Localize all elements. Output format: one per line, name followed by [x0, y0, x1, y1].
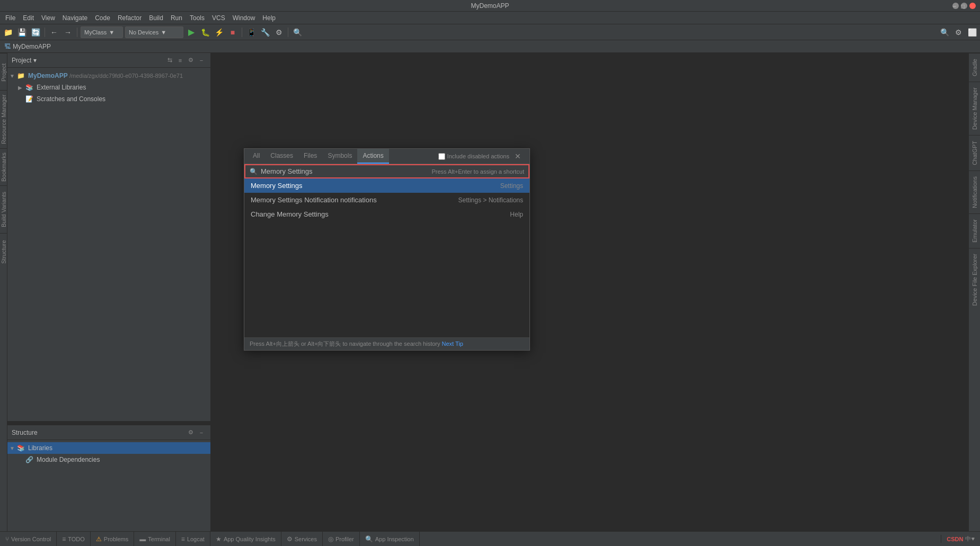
tab-actions[interactable]: Actions [357, 149, 389, 164]
search-top-btn[interactable]: 🔍 [939, 26, 950, 38]
menu-tools[interactable]: Tools [187, 13, 208, 23]
tab-resource-manager[interactable]: Resource Manager [0, 90, 7, 148]
stop-button[interactable]: ■ [227, 26, 239, 38]
menu-edit[interactable]: Edit [20, 13, 37, 23]
result-shortcut-3: Help [510, 211, 523, 218]
toolbar-forward-btn[interactable]: → [62, 26, 74, 38]
tree-item-external-libs[interactable]: ▶ 📚 External Libraries [7, 82, 210, 93]
tree-item-scratches[interactable]: 📝 Scratches and Consoles [7, 93, 210, 105]
result-change-memory-settings[interactable]: Change Memory Settings Help [244, 207, 529, 221]
search-hint: Press Alt+Enter to assign a shortcut [431, 168, 524, 175]
close-panel-btn[interactable]: − [197, 56, 206, 65]
status-csdn[interactable]: CSDN 中♥ [941, 535, 980, 543]
result-memory-settings-notification[interactable]: Memory Settings Notification notificatio… [244, 193, 529, 207]
right-tab-notifications[interactable]: Notifications [969, 171, 981, 213]
tree-label-scratches: Scratches and Consoles [37, 95, 105, 103]
menu-window[interactable]: Window [229, 13, 259, 23]
csdn-label: CSDN [947, 536, 963, 542]
class-dropdown[interactable]: MyClass ▼ [81, 26, 123, 38]
services-icon: ⚙ [287, 535, 293, 543]
menu-code[interactable]: Code [92, 13, 113, 23]
tab-structure[interactable]: Structure [0, 233, 7, 270]
toolbar-separator-3 [242, 28, 242, 37]
device-dropdown[interactable]: No Devices ▼ [125, 26, 183, 38]
run-button[interactable]: ▶ [186, 26, 197, 38]
menu-navigate[interactable]: Navigate [59, 13, 91, 23]
result-memory-settings[interactable]: Memory Settings Settings [244, 178, 529, 193]
tab-files[interactable]: Files [298, 149, 322, 164]
toolbar-open-btn[interactable]: 📁 [2, 26, 14, 38]
status-services[interactable]: ⚙ Services [281, 532, 323, 546]
right-tab-emulator[interactable]: Emulator [969, 213, 981, 248]
status-app-inspection[interactable]: 🔍 App Inspection [360, 532, 420, 546]
tab-classes[interactable]: Classes [265, 149, 298, 164]
status-version-control[interactable]: ⑂ Version Control [0, 532, 57, 546]
toolbar-back-btn[interactable]: ← [48, 26, 60, 38]
menu-view[interactable]: View [38, 13, 58, 23]
status-logcat[interactable]: ≡ Logcat [176, 532, 210, 546]
toolbar-save-btn[interactable]: 💾 [16, 26, 28, 38]
search-close-btn[interactable]: ✕ [513, 152, 523, 160]
more-panel-btn[interactable]: ⚙ [186, 56, 196, 65]
title-bar: MyDemoAPP − □ [0, 0, 980, 12]
tab-symbols[interactable]: Symbols [322, 149, 357, 164]
csdn-extra: 中♥ [965, 535, 975, 543]
menu-file[interactable]: File [2, 13, 19, 23]
structure-header-left: Structure [12, 429, 38, 436]
app-quality-icon: ★ [216, 535, 222, 543]
menu-refactor[interactable]: Refactor [114, 13, 145, 23]
status-app-quality[interactable]: ★ App Quality Insights [210, 532, 281, 546]
tab-build-variants[interactable]: Build Variants [0, 185, 7, 233]
menu-vcs[interactable]: VCS [209, 13, 228, 23]
include-disabled-label[interactable]: Include disabled actions [438, 153, 509, 160]
minimize-btn[interactable]: − [952, 3, 959, 9]
status-services-label: Services [295, 536, 317, 542]
right-tab-gradle[interactable]: Gradle [969, 53, 981, 82]
right-tab-device-manager[interactable]: Device Manager [969, 82, 981, 135]
gear-top-btn[interactable]: ⚙ [952, 26, 964, 38]
result-shortcut-2: Settings > Notifications [458, 196, 523, 204]
settings-button[interactable]: ⚙ [273, 26, 285, 38]
avd-button[interactable]: 📱 [245, 26, 257, 38]
maximize-btn[interactable]: □ [961, 3, 967, 9]
structure-close-btn[interactable]: − [197, 428, 206, 437]
class-dropdown-arrow: ▼ [109, 29, 114, 35]
right-panel-tabs: Gradle Device Manager ChatGPT Notificati… [968, 53, 980, 531]
right-tab-device-file-explorer[interactable]: Device File Explorer [969, 248, 981, 311]
status-todo[interactable]: ≡ TODO [57, 532, 91, 546]
structure-libraries[interactable]: ▼ 📚 Libraries [7, 442, 210, 454]
structure-gear-btn[interactable]: ⚙ [186, 428, 196, 437]
search-everywhere-btn[interactable]: 🔍 [292, 26, 303, 38]
search-input[interactable] [261, 167, 428, 175]
tab-project[interactable]: Project [0, 53, 7, 90]
right-tab-chatgpt[interactable]: ChatGPT [969, 135, 981, 171]
structure-module-deps[interactable]: 🔗 Module Dependencies [7, 454, 210, 466]
panel-header-left: Project ▾ [12, 57, 37, 64]
expand-btn[interactable]: ⬜ [966, 26, 978, 38]
toolbar-sync-btn[interactable]: 🔄 [30, 26, 41, 38]
close-btn[interactable] [969, 3, 976, 9]
sdk-button[interactable]: 🔧 [259, 26, 271, 38]
menu-help[interactable]: Help [259, 13, 279, 23]
menu-build[interactable]: Build [146, 13, 166, 23]
tree-label-module-deps: Module Dependencies [37, 456, 100, 463]
status-problems[interactable]: ⚠ Problems [91, 532, 134, 546]
menu-run[interactable]: Run [167, 13, 186, 23]
tab-bookmarks[interactable]: Bookmarks [0, 148, 7, 185]
include-disabled-checkbox[interactable] [438, 153, 445, 160]
status-profiler[interactable]: ◎ Profiler [323, 532, 360, 546]
tab-all[interactable]: All [248, 149, 265, 164]
status-terminal-label: Terminal [148, 536, 170, 542]
toolbar-separator-2 [77, 28, 77, 37]
panel-divider[interactable] [7, 421, 210, 425]
module-deps-icon: 🔗 [25, 456, 33, 463]
collapse-all-btn[interactable]: ≡ [175, 56, 185, 65]
status-terminal[interactable]: ▬ Terminal [134, 532, 176, 546]
next-tip-link[interactable]: Next Tip [442, 341, 463, 347]
sync-icon-btn[interactable]: ⇆ [165, 56, 174, 65]
panel-header-right: ⇆ ≡ ⚙ − [165, 56, 206, 65]
project-dropdown[interactable]: Project ▾ [12, 57, 37, 64]
profile-button[interactable]: ⚡ [213, 26, 225, 38]
tree-item-mydemoapp[interactable]: ▼ 📁 MyDemoAPP /media/zgx/ddc79fd0-e070-4… [7, 70, 210, 82]
debug-button[interactable]: 🐛 [199, 26, 211, 38]
